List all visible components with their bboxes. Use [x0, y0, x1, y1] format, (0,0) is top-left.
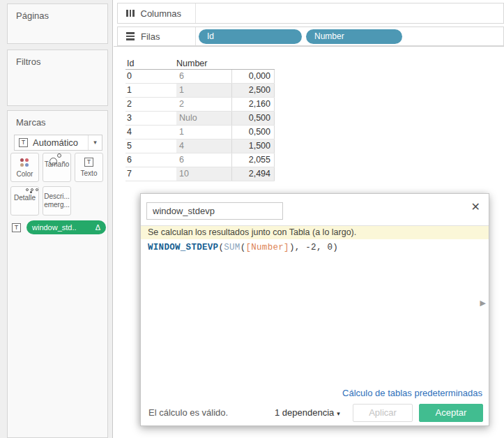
table-cell-value[interactable]: 0,500 [231, 126, 275, 139]
rows-shelf[interactable]: Filas Id Number [117, 27, 504, 46]
chevron-down-icon[interactable]: ▾ [88, 135, 102, 150]
table-cell-id[interactable]: 6 [125, 153, 176, 167]
calculation-scope-note: Se calculan los resultados junto con Tab… [141, 226, 489, 239]
table-cell-id[interactable]: 2 [125, 98, 176, 111]
color-button[interactable]: Color [10, 153, 39, 182]
text-button-label: Texto [75, 169, 102, 177]
text-mark-icon: T [12, 223, 21, 232]
formula-function-token: WINDOW_STDEVP [148, 243, 218, 252]
dependency-dropdown[interactable]: 1 dependencia▾ [275, 407, 340, 418]
table-row[interactable]: 4 1 0,500 [125, 126, 275, 139]
text-mark-icon: T [19, 138, 28, 147]
table-cell-number[interactable]: 4 [176, 139, 231, 153]
row-pill-number[interactable]: Number [306, 29, 402, 44]
calculation-editor-dialog: ✕ Se calculan los resultados junto con T… [140, 193, 489, 426]
accept-button[interactable]: Aceptar [419, 404, 483, 422]
filters-shelf-label: Filtros [8, 50, 107, 67]
mark-type-dropdown[interactable]: T Automático ▾ [14, 135, 102, 151]
formula-field-token: [Number] [245, 243, 289, 252]
color-button-label: Color [11, 170, 38, 178]
table-cell-id[interactable]: 4 [125, 126, 176, 139]
filters-shelf[interactable]: Filtros [7, 50, 108, 106]
table-cell-number[interactable]: 1 [176, 126, 231, 139]
rows-icon [126, 32, 135, 40]
field-pill-label: window_std.. [32, 223, 96, 232]
formula-aggregate-token: SUM [224, 243, 240, 252]
columns-shelf[interactable]: Columnas [117, 3, 504, 24]
table-cell-value[interactable]: 2,055 [231, 153, 275, 167]
table-cell-value[interactable]: 0,000 [231, 70, 275, 83]
rows-shelf-label: Filas [141, 31, 195, 42]
marks-field-row: T window_std.. Δ [12, 220, 106, 235]
calculation-name-input[interactable] [146, 202, 283, 220]
table-cell-id[interactable]: 0 [125, 70, 176, 83]
chevron-down-icon: ▾ [337, 410, 340, 417]
table-header-id[interactable]: Id [125, 59, 176, 69]
expand-functions-arrow-icon[interactable]: ▶ [480, 299, 486, 308]
formula-editor[interactable]: WINDOW_STDEVP(SUM([Number]), -2, 0) [148, 243, 472, 252]
table-row[interactable]: 1 1 2,500 [125, 84, 275, 98]
table-row[interactable]: 6 6 2,055 [125, 153, 275, 167]
tooltip-button[interactable]: Descri... emerg... [43, 186, 71, 216]
table-cell-value[interactable]: 2,500 [231, 84, 275, 97]
field-pill-window-stdevp[interactable]: window_std.. Δ [26, 220, 106, 234]
table-cell-id[interactable]: 5 [125, 139, 176, 153]
table-row[interactable]: 3 Nulo 0,500 [125, 112, 275, 126]
detail-button[interactable]: Detalle [10, 186, 39, 216]
size-button[interactable]: Tamaño [43, 153, 71, 182]
table-cell-value[interactable]: 1,500 [231, 139, 275, 153]
marks-card-label: Marcas [8, 111, 107, 128]
text-icon: T [84, 158, 93, 167]
shelf-divider [195, 3, 196, 23]
table-header-row: Id Number [125, 59, 275, 70]
table-row[interactable]: 5 4 1,500 [125, 139, 275, 153]
pages-shelf-label: Páginas [8, 4, 107, 21]
dependency-label: 1 dependencia [275, 407, 334, 418]
apply-button[interactable]: Aplicar [353, 404, 413, 422]
marks-card: Marcas T Automático ▾ Color Tamaño T Tex… [7, 110, 108, 438]
table-cell-id[interactable]: 3 [125, 112, 176, 125]
table-cell-value[interactable]: 2,160 [231, 98, 275, 111]
tooltip-button-label-line2: emerg... [44, 201, 70, 209]
mark-type-label: Automático [33, 137, 88, 148]
left-panel: Páginas Filtros Marcas T Automático ▾ Co… [0, 0, 113, 438]
table-cell-value[interactable]: 2,494 [231, 167, 275, 181]
table-cell-id[interactable]: 1 [125, 84, 176, 97]
table-row[interactable]: 7 10 2,494 [125, 167, 275, 181]
default-table-calc-link[interactable]: Cálculo de tablas predeterminadas [342, 388, 482, 398]
table-cell-number[interactable]: 6 [176, 153, 231, 167]
color-icon [20, 158, 30, 167]
table-cell-number[interactable]: 2 [176, 98, 231, 111]
close-icon[interactable]: ✕ [471, 200, 480, 213]
formula-token: ), -2, 0) [289, 243, 338, 252]
table-cell-id[interactable]: 7 [125, 167, 176, 181]
tooltip-button-label-line1: Descri... [44, 192, 70, 200]
table-cell-value[interactable]: 0,500 [231, 112, 275, 125]
detail-button-label: Detalle [11, 194, 38, 202]
table-header-number[interactable]: Number [176, 59, 231, 69]
shelf-worksheet-divider [114, 46, 504, 47]
data-table: Id Number 0 6 0,000 1 1 2,500 2 2 2,160 … [125, 59, 275, 181]
text-button[interactable]: T Texto [75, 153, 103, 182]
table-cell-number[interactable]: 6 [176, 70, 231, 83]
table-calc-delta-icon: Δ [96, 223, 100, 232]
row-pill-id[interactable]: Id [199, 29, 302, 44]
tableau-worksheet-window: Páginas Filtros Marcas T Automático ▾ Co… [0, 0, 504, 438]
table-row[interactable]: 2 2 2,160 [125, 98, 275, 112]
calculation-status-text: El cálculo es válido. [148, 407, 228, 418]
table-cell-number[interactable]: Nulo [176, 112, 231, 125]
pages-shelf[interactable]: Páginas [7, 3, 108, 44]
size-button-label: Tamaño [43, 160, 70, 168]
columns-icon [126, 10, 135, 17]
shelf-divider [195, 27, 196, 45]
table-row[interactable]: 0 6 0,000 [125, 70, 275, 84]
table-cell-number[interactable]: 1 [176, 84, 231, 97]
table-cell-number[interactable]: 10 [176, 167, 231, 181]
columns-shelf-label: Columnas [141, 8, 195, 19]
